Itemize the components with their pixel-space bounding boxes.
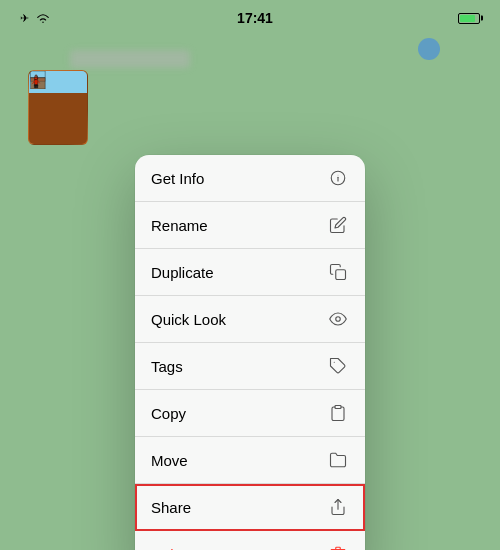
svg-rect-17	[335, 406, 341, 409]
menu-item-move[interactable]: Move	[135, 437, 365, 484]
menu-item-move-label: Move	[151, 452, 188, 469]
svg-rect-1	[31, 71, 45, 78]
status-left: ✈	[20, 8, 52, 28]
status-right	[458, 13, 480, 24]
menu-item-copy-label: Copy	[151, 405, 186, 422]
menu-item-quick-look-label: Quick Look	[151, 311, 226, 328]
menu-item-copy[interactable]: Copy	[135, 390, 365, 437]
blurred-filename	[70, 50, 190, 68]
duplicate-icon	[327, 261, 349, 283]
blue-dot-decoration	[418, 38, 440, 60]
menu-item-delete-label: Delete	[151, 546, 194, 551]
menu-item-share[interactable]: Share	[135, 484, 365, 531]
svg-rect-9	[34, 85, 35, 88]
menu-item-rename-label: Rename	[151, 217, 208, 234]
photo-thumbnail	[28, 70, 88, 145]
menu-item-duplicate[interactable]: Duplicate	[135, 249, 365, 296]
context-menu: Get Info Rename Duplicate Quick Look Tag…	[135, 155, 365, 550]
svg-rect-10	[36, 85, 37, 88]
battery-icon	[458, 13, 480, 24]
menu-item-tags[interactable]: Tags	[135, 343, 365, 390]
wifi-icon	[34, 8, 52, 28]
share-icon	[327, 496, 349, 518]
menu-item-quick-look[interactable]: Quick Look	[135, 296, 365, 343]
menu-item-get-info-label: Get Info	[151, 170, 204, 187]
airplane-icon: ✈	[20, 12, 29, 25]
copy-icon	[327, 402, 349, 424]
svg-point-15	[336, 317, 341, 322]
menu-item-tags-label: Tags	[151, 358, 183, 375]
menu-item-share-label: Share	[151, 499, 191, 516]
tag-icon	[327, 355, 349, 377]
folder-icon	[327, 449, 349, 471]
status-time: 17:41	[237, 10, 273, 26]
menu-item-delete[interactable]: Delete	[135, 531, 365, 550]
svg-point-0	[42, 22, 44, 24]
info-icon	[327, 167, 349, 189]
status-bar: ✈ 17:41	[0, 0, 500, 32]
trash-icon	[327, 543, 349, 550]
pencil-icon	[327, 214, 349, 236]
svg-rect-14	[336, 270, 346, 280]
svg-point-13	[338, 175, 339, 176]
eye-icon	[327, 308, 349, 330]
svg-point-6	[35, 75, 37, 78]
menu-item-get-info[interactable]: Get Info	[135, 155, 365, 202]
svg-rect-5	[34, 80, 37, 85]
menu-item-rename[interactable]: Rename	[135, 202, 365, 249]
menu-item-duplicate-label: Duplicate	[151, 264, 214, 281]
